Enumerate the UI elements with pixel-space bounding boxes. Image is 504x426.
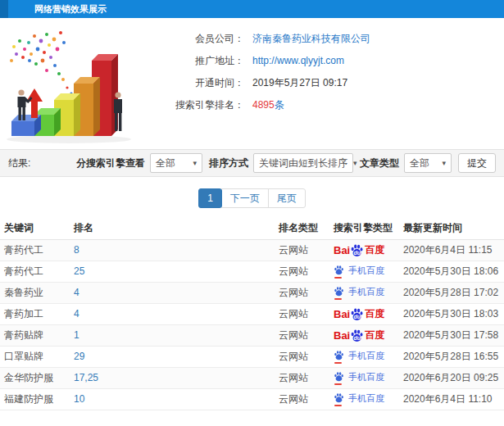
rank-type-text: 云网站 bbox=[279, 393, 308, 405]
engine-rank-row: 搜索引擎排名： 4895条 bbox=[148, 97, 370, 112]
growth-chart-illustration bbox=[0, 21, 148, 149]
baidu-cn-text: 百度 bbox=[365, 245, 384, 255]
keyword-cell: 秦鲁药业 bbox=[0, 282, 70, 303]
article-type-value: 全部 bbox=[410, 156, 429, 170]
open-time-value: 2019年5月27日 09:17 bbox=[252, 75, 347, 90]
next-page-button[interactable]: 下一页 bbox=[221, 188, 269, 208]
keyword-text: 福建防护服 bbox=[4, 393, 53, 405]
engine-filter-select[interactable]: 全部 ▾ bbox=[150, 153, 202, 173]
keyword-text: 金华防护服 bbox=[4, 372, 53, 383]
keyword-cell: 金华防护服 bbox=[0, 367, 70, 388]
update-time-cell: 2020年6月20日 09:25 bbox=[399, 367, 504, 388]
article-type-select[interactable]: 全部 ▾ bbox=[404, 153, 452, 173]
keyword-text: 口罩贴牌 bbox=[4, 351, 43, 362]
engine-rank-number: 4895 bbox=[252, 99, 275, 111]
rank-link[interactable]: 29 bbox=[74, 351, 84, 362]
keyword-cell: 福建防护服 bbox=[0, 388, 70, 410]
mobile-baidu-logo: 手机百度 bbox=[334, 265, 384, 277]
rank-cell: 17,25 bbox=[70, 367, 275, 388]
rank-type-cell: 云网站 bbox=[275, 388, 329, 410]
rank-type-text: 云网站 bbox=[279, 244, 308, 256]
results-table: 关键词 排名 排名类型 搜索引擎类型 最新更新时间 膏药代工 8 云网站 Bai bbox=[0, 218, 504, 410]
company-info-section: 会员公司： 济南秦鲁药业科技有限公司 推广地址： http://www.qlyy… bbox=[0, 21, 504, 149]
update-time-cell: 2020年5月30日 17:58 bbox=[399, 324, 504, 346]
rank-type-cell: 云网站 bbox=[275, 282, 329, 303]
mobile-baidu-underline bbox=[334, 277, 342, 279]
update-time-cell: 2020年5月28日 17:02 bbox=[399, 282, 504, 303]
rank-cell: 10 bbox=[70, 388, 275, 410]
mobile-baidu-paw-icon bbox=[334, 392, 344, 405]
mobile-baidu-text: 手机百度 bbox=[348, 394, 384, 403]
update-time-text: 2020年6月20日 09:25 bbox=[403, 372, 498, 383]
rank-type-text: 云网站 bbox=[279, 372, 308, 383]
rank-link[interactable]: 4 bbox=[74, 308, 79, 320]
rank-link[interactable]: 25 bbox=[74, 265, 84, 277]
baidu-paw-icon: du bbox=[350, 329, 364, 342]
mobile-baidu-paw-icon bbox=[334, 371, 344, 383]
member-company-label: 会员公司： bbox=[148, 31, 244, 46]
company-info-list: 会员公司： 济南秦鲁药业科技有限公司 推广地址： http://www.qlyy… bbox=[148, 21, 370, 149]
table-row: 金华防护服 17,25 云网站 Bai du 百度 bbox=[0, 367, 504, 388]
keyword-cell: 膏药加工 bbox=[0, 303, 70, 324]
rank-link[interactable]: 4 bbox=[74, 287, 79, 298]
chevron-down-icon: ▾ bbox=[442, 159, 446, 167]
update-time-text: 2020年6月4日 11:15 bbox=[403, 244, 493, 256]
keyword-cell: 口罩贴牌 bbox=[0, 346, 70, 367]
update-time-cell: 2020年5月28日 16:55 bbox=[399, 346, 504, 367]
rank-link[interactable]: 8 bbox=[74, 244, 79, 256]
promo-url-link[interactable]: http://www.qlyyjt.com bbox=[252, 53, 344, 68]
rank-cell: 25 bbox=[70, 261, 275, 282]
update-time-cell: 2020年5月30日 18:03 bbox=[399, 303, 504, 324]
rank-type-cell: 云网站 bbox=[275, 367, 329, 388]
engine-rank-label: 搜索引擎排名： bbox=[148, 97, 244, 112]
sort-filter-label: 排序方式 bbox=[209, 156, 248, 170]
baidu-logo: Bai du 百度 bbox=[334, 243, 384, 257]
engine-rank-unit: 条 bbox=[275, 99, 284, 111]
baidu-logo: Bai du 百度 bbox=[334, 329, 384, 342]
filter-bar: 结果: 分搜索引擎查看 全部 ▾ 排序方式 关键词由短到长排序 ▾ 文章类型 全… bbox=[0, 149, 504, 177]
sort-filter-select[interactable]: 关键词由短到长排序 ▾ bbox=[253, 153, 353, 173]
keyword-cell: 膏药代工 bbox=[0, 239, 70, 261]
rank-link[interactable]: 1 bbox=[74, 329, 79, 341]
keyword-cell: 膏药贴牌 bbox=[0, 324, 70, 346]
member-company-link[interactable]: 济南秦鲁药业科技有限公司 bbox=[252, 31, 370, 46]
article-type-label: 文章类型 bbox=[360, 156, 399, 170]
member-company-row: 会员公司： 济南秦鲁药业科技有限公司 bbox=[148, 31, 370, 46]
keyword-text: 膏药代工 bbox=[4, 265, 43, 277]
baidu-paw-icon: du bbox=[350, 243, 364, 257]
col-rank: 排名 bbox=[70, 218, 275, 239]
table-row: 膏药贴牌 1 云网站 Bai du 百度 bbox=[0, 324, 504, 346]
title-bar-accent bbox=[0, 0, 8, 18]
mobile-baidu-logo: 手机百度 bbox=[334, 286, 384, 298]
engine-cell: Bai du 百度 bbox=[329, 239, 399, 261]
engine-filter-label: 分搜索引擎查看 bbox=[76, 156, 145, 170]
rank-type-cell: 云网站 bbox=[275, 303, 329, 324]
table-row: 膏药加工 4 云网站 Bai du 百度 bbox=[0, 303, 504, 324]
rank-type-text: 云网站 bbox=[279, 351, 308, 362]
mobile-baidu-paw-icon bbox=[334, 350, 344, 362]
chevron-down-icon: ▾ bbox=[353, 159, 357, 167]
chevron-down-icon: ▾ bbox=[193, 159, 197, 167]
engine-rank-value: 4895条 bbox=[252, 97, 284, 112]
last-page-button[interactable]: 尾页 bbox=[268, 188, 306, 208]
update-time-cell: 2020年6月4日 11:10 bbox=[399, 388, 504, 410]
mobile-baidu-underline bbox=[334, 405, 342, 406]
engine-filter-value: 全部 bbox=[156, 156, 175, 170]
keyword-text: 膏药代工 bbox=[4, 244, 43, 256]
rank-cell: 4 bbox=[70, 282, 275, 303]
rank-cell: 8 bbox=[70, 239, 275, 261]
page-1-button[interactable]: 1 bbox=[198, 188, 222, 208]
mobile-baidu-text: 手机百度 bbox=[348, 266, 384, 275]
rank-cell: 1 bbox=[70, 324, 275, 346]
update-time-text: 2020年5月28日 16:55 bbox=[403, 351, 498, 362]
rank-cell: 29 bbox=[70, 346, 275, 367]
table-row: 膏药代工 25 云网站 Bai du 百度 bbox=[0, 261, 504, 282]
rank-link[interactable]: 17,25 bbox=[74, 372, 98, 383]
table-header-row: 关键词 排名 排名类型 搜索引擎类型 最新更新时间 bbox=[0, 218, 504, 239]
submit-button[interactable]: 提交 bbox=[458, 153, 496, 173]
page-title: 网络营销效果展示 bbox=[34, 0, 107, 18]
rank-link[interactable]: 10 bbox=[74, 393, 84, 405]
baidu-du-text: du bbox=[350, 314, 364, 320]
baidu-paw-icon: du bbox=[350, 307, 364, 321]
mobile-baidu-logo: 手机百度 bbox=[334, 371, 384, 383]
